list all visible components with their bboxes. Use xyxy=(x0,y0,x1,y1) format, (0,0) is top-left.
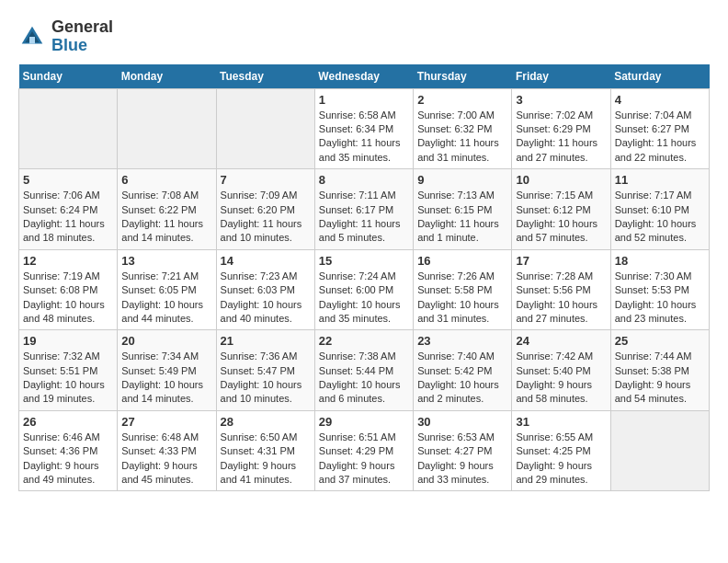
day-number: 20 xyxy=(121,334,211,348)
day-info: Sunrise: 7:28 AM Sunset: 5:56 PM Dayligh… xyxy=(516,270,606,327)
day-info: Sunrise: 7:19 AM Sunset: 6:08 PM Dayligh… xyxy=(23,270,113,327)
day-number: 11 xyxy=(615,173,705,187)
day-number: 18 xyxy=(615,254,705,268)
day-info: Sunrise: 6:46 AM Sunset: 4:36 PM Dayligh… xyxy=(23,431,113,488)
day-info: Sunrise: 7:17 AM Sunset: 6:10 PM Dayligh… xyxy=(615,189,705,246)
calendar-cell: 13Sunrise: 7:21 AM Sunset: 6:05 PM Dayli… xyxy=(118,249,216,330)
calendar-cell: 17Sunrise: 7:28 AM Sunset: 5:56 PM Dayli… xyxy=(512,249,610,330)
weekday-header: Monday xyxy=(118,64,216,89)
day-info: Sunrise: 7:00 AM Sunset: 6:32 PM Dayligh… xyxy=(417,109,507,166)
calendar-cell: 2Sunrise: 7:00 AM Sunset: 6:32 PM Daylig… xyxy=(414,88,512,169)
calendar-cell: 8Sunrise: 7:11 AM Sunset: 6:17 PM Daylig… xyxy=(314,169,413,250)
day-info: Sunrise: 7:15 AM Sunset: 6:12 PM Dayligh… xyxy=(516,189,606,246)
day-info: Sunrise: 7:24 AM Sunset: 6:00 PM Dayligh… xyxy=(319,270,409,327)
day-info: Sunrise: 7:06 AM Sunset: 6:24 PM Dayligh… xyxy=(23,189,113,246)
svg-rect-2 xyxy=(29,37,35,44)
day-info: Sunrise: 7:38 AM Sunset: 5:44 PM Dayligh… xyxy=(319,350,409,407)
day-info: Sunrise: 6:55 AM Sunset: 4:25 PM Dayligh… xyxy=(516,431,606,488)
calendar-cell xyxy=(118,88,216,169)
calendar-cell: 11Sunrise: 7:17 AM Sunset: 6:10 PM Dayli… xyxy=(610,169,709,250)
calendar-cell: 23Sunrise: 7:40 AM Sunset: 5:42 PM Dayli… xyxy=(414,330,512,411)
calendar-cell: 27Sunrise: 6:48 AM Sunset: 4:33 PM Dayli… xyxy=(118,410,216,491)
weekday-header: Friday xyxy=(512,64,610,89)
weekday-header-row: SundayMondayTuesdayWednesdayThursdayFrid… xyxy=(19,64,710,89)
day-number: 12 xyxy=(23,254,113,268)
day-info: Sunrise: 7:42 AM Sunset: 5:40 PM Dayligh… xyxy=(516,350,606,407)
day-info: Sunrise: 7:09 AM Sunset: 6:20 PM Dayligh… xyxy=(221,189,311,246)
day-info: Sunrise: 6:48 AM Sunset: 4:33 PM Dayligh… xyxy=(121,431,211,488)
calendar-cell: 31Sunrise: 6:55 AM Sunset: 4:25 PM Dayli… xyxy=(512,410,610,491)
calendar-cell: 10Sunrise: 7:15 AM Sunset: 6:12 PM Dayli… xyxy=(512,169,610,250)
calendar-cell: 15Sunrise: 7:24 AM Sunset: 6:00 PM Dayli… xyxy=(314,249,413,330)
weekday-header: Sunday xyxy=(19,64,118,89)
day-number: 10 xyxy=(516,173,606,187)
day-number: 5 xyxy=(23,173,113,187)
day-number: 27 xyxy=(121,415,211,429)
day-number: 22 xyxy=(319,334,409,348)
day-number: 16 xyxy=(417,254,507,268)
day-info: Sunrise: 7:32 AM Sunset: 5:51 PM Dayligh… xyxy=(23,350,113,407)
calendar-cell xyxy=(19,88,118,169)
logo-general: General xyxy=(51,18,113,37)
calendar-week-row: 26Sunrise: 6:46 AM Sunset: 4:36 PM Dayli… xyxy=(19,410,710,491)
day-info: Sunrise: 6:58 AM Sunset: 6:34 PM Dayligh… xyxy=(319,109,409,166)
calendar-cell: 16Sunrise: 7:26 AM Sunset: 5:58 PM Dayli… xyxy=(414,249,512,330)
calendar-cell: 12Sunrise: 7:19 AM Sunset: 6:08 PM Dayli… xyxy=(19,249,118,330)
day-number: 28 xyxy=(221,415,311,429)
day-info: Sunrise: 7:08 AM Sunset: 6:22 PM Dayligh… xyxy=(121,189,211,246)
day-number: 3 xyxy=(516,93,606,107)
calendar-cell: 18Sunrise: 7:30 AM Sunset: 5:53 PM Dayli… xyxy=(610,249,709,330)
day-number: 30 xyxy=(417,415,507,429)
logo-blue: Blue xyxy=(51,36,87,54)
calendar-cell: 7Sunrise: 7:09 AM Sunset: 6:20 PM Daylig… xyxy=(216,169,314,250)
calendar-cell: 14Sunrise: 7:23 AM Sunset: 6:03 PM Dayli… xyxy=(216,249,314,330)
day-info: Sunrise: 7:40 AM Sunset: 5:42 PM Dayligh… xyxy=(417,350,507,407)
day-number: 19 xyxy=(23,334,113,348)
calendar-cell: 19Sunrise: 7:32 AM Sunset: 5:51 PM Dayli… xyxy=(19,330,118,411)
day-info: Sunrise: 7:02 AM Sunset: 6:29 PM Dayligh… xyxy=(516,109,606,166)
day-info: Sunrise: 7:23 AM Sunset: 6:03 PM Dayligh… xyxy=(221,270,311,327)
calendar-cell: 5Sunrise: 7:06 AM Sunset: 6:24 PM Daylig… xyxy=(19,169,118,250)
calendar-cell: 29Sunrise: 6:51 AM Sunset: 4:29 PM Dayli… xyxy=(314,410,413,491)
day-number: 9 xyxy=(417,173,507,187)
calendar-cell: 21Sunrise: 7:36 AM Sunset: 5:47 PM Dayli… xyxy=(216,330,314,411)
page-header: GeneralBlue xyxy=(18,18,710,55)
calendar-cell: 20Sunrise: 7:34 AM Sunset: 5:49 PM Dayli… xyxy=(118,330,216,411)
day-number: 31 xyxy=(516,415,606,429)
day-number: 29 xyxy=(319,415,409,429)
day-number: 15 xyxy=(319,254,409,268)
day-info: Sunrise: 7:30 AM Sunset: 5:53 PM Dayligh… xyxy=(615,270,705,327)
day-number: 23 xyxy=(417,334,507,348)
day-info: Sunrise: 7:04 AM Sunset: 6:27 PM Dayligh… xyxy=(615,109,705,166)
day-number: 4 xyxy=(615,93,705,107)
day-info: Sunrise: 7:44 AM Sunset: 5:38 PM Dayligh… xyxy=(615,350,705,407)
day-number: 24 xyxy=(516,334,606,348)
day-number: 8 xyxy=(319,173,409,187)
day-number: 17 xyxy=(516,254,606,268)
calendar-week-row: 19Sunrise: 7:32 AM Sunset: 5:51 PM Dayli… xyxy=(19,330,710,411)
day-info: Sunrise: 6:53 AM Sunset: 4:27 PM Dayligh… xyxy=(417,431,507,488)
calendar-cell: 24Sunrise: 7:42 AM Sunset: 5:40 PM Dayli… xyxy=(512,330,610,411)
day-number: 25 xyxy=(615,334,705,348)
weekday-header: Thursday xyxy=(414,64,512,89)
calendar-cell: 9Sunrise: 7:13 AM Sunset: 6:15 PM Daylig… xyxy=(414,169,512,250)
calendar-cell xyxy=(216,88,314,169)
weekday-header: Saturday xyxy=(610,64,709,89)
day-info: Sunrise: 7:26 AM Sunset: 5:58 PM Dayligh… xyxy=(417,270,507,327)
day-info: Sunrise: 6:51 AM Sunset: 4:29 PM Dayligh… xyxy=(319,431,409,488)
day-number: 2 xyxy=(417,93,507,107)
day-info: Sunrise: 7:36 AM Sunset: 5:47 PM Dayligh… xyxy=(221,350,311,407)
logo: GeneralBlue xyxy=(18,18,113,55)
day-number: 1 xyxy=(319,93,409,107)
calendar-cell: 30Sunrise: 6:53 AM Sunset: 4:27 PM Dayli… xyxy=(414,410,512,491)
weekday-header: Wednesday xyxy=(314,64,413,89)
day-number: 21 xyxy=(221,334,311,348)
day-number: 7 xyxy=(221,173,311,187)
day-info: Sunrise: 7:34 AM Sunset: 5:49 PM Dayligh… xyxy=(121,350,211,407)
logo-icon xyxy=(18,23,46,51)
calendar-cell: 4Sunrise: 7:04 AM Sunset: 6:27 PM Daylig… xyxy=(610,88,709,169)
day-info: Sunrise: 7:13 AM Sunset: 6:15 PM Dayligh… xyxy=(417,189,507,246)
calendar-cell: 1Sunrise: 6:58 AM Sunset: 6:34 PM Daylig… xyxy=(314,88,413,169)
calendar-week-row: 1Sunrise: 6:58 AM Sunset: 6:34 PM Daylig… xyxy=(19,88,710,169)
day-number: 13 xyxy=(121,254,211,268)
